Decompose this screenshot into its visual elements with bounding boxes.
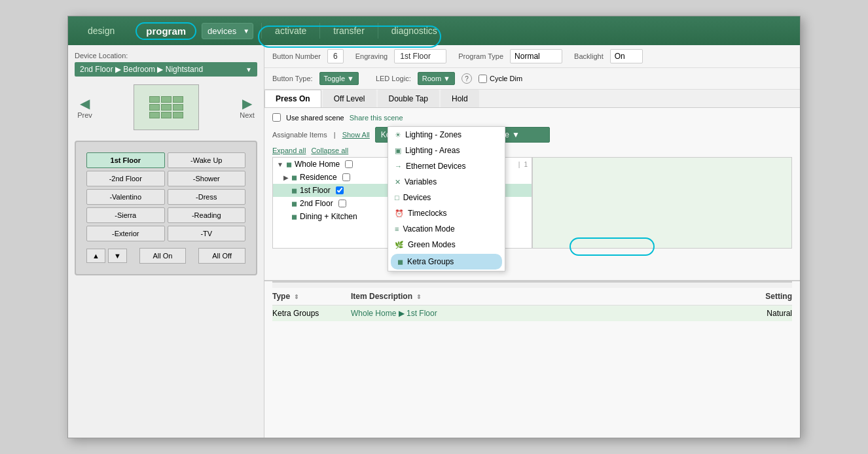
device-cell bbox=[173, 96, 183, 103]
location-dropdown-arrow: ▼ bbox=[245, 66, 252, 73]
next-section: ▶ Next bbox=[237, 96, 257, 119]
tab-press-on[interactable]: Press On bbox=[264, 90, 321, 107]
table-cell-type: Ketra Groups bbox=[272, 309, 351, 318]
assignable-items-label: Assignable Items bbox=[272, 131, 327, 139]
show-all-link[interactable]: Show All bbox=[342, 131, 370, 139]
whole-home-arrow: ▼ bbox=[512, 130, 520, 139]
tree-whole-home-num: 1 bbox=[524, 161, 528, 168]
fields-row-2: Button Type: Toggle ▼ LED Logic: Room ▼ … bbox=[264, 68, 800, 90]
table-cell-desc-link: Whole Home ▶ 1st Floor bbox=[351, 309, 437, 318]
led-logic-select[interactable]: Room ▼ bbox=[418, 72, 455, 85]
device-cell bbox=[149, 112, 160, 118]
shared-scene-checkbox[interactable] bbox=[272, 113, 281, 122]
tab-off-level[interactable]: Off Level bbox=[323, 90, 376, 107]
tree-label-residence: Residence bbox=[300, 173, 337, 182]
tree-toggle-whole-home: ▼ bbox=[277, 161, 283, 168]
tree-icon-whole-home: ◼ bbox=[286, 160, 292, 169]
program-type-wrapper: Normal bbox=[510, 49, 562, 63]
cycle-dim-label: Cycle Dim bbox=[479, 75, 522, 83]
tree-icon-dining-kitchen: ◼ bbox=[291, 213, 297, 221]
all-off-button[interactable]: All Off bbox=[198, 248, 245, 264]
collapse-all-link[interactable]: Collapse all bbox=[311, 147, 348, 154]
kp-btn-tv[interactable]: -TV bbox=[168, 226, 246, 241]
engraving-input[interactable] bbox=[394, 49, 446, 63]
location-path-display[interactable]: 2nd Floor ▶ Bedroom ▶ Nightstand ▼ bbox=[75, 62, 257, 77]
dropdown-item-timeclocks[interactable]: ⏰ Timeclocks bbox=[388, 205, 505, 221]
tree-icon-second-floor: ◼ bbox=[291, 200, 297, 208]
lighting-areas-icon: ▣ bbox=[395, 147, 401, 155]
kp-btn-1st-floor[interactable]: 1st Floor bbox=[86, 152, 165, 168]
keypad-up-arrow[interactable]: ▲ bbox=[86, 249, 105, 263]
led-logic-arrow: ▼ bbox=[443, 75, 450, 82]
nav-program-section: program devices bbox=[128, 22, 261, 40]
nav-design[interactable]: design bbox=[75, 16, 128, 45]
vacation-mode-label: Vacation Mode bbox=[403, 224, 454, 234]
variables-label: Variables bbox=[405, 177, 437, 186]
device-cell bbox=[161, 96, 172, 103]
right-panel: Button Number 6 Engraving Program Type N… bbox=[264, 45, 800, 438]
devices-icon: □ bbox=[395, 194, 399, 201]
nav-diagnostics[interactable]: diagnostics bbox=[378, 16, 450, 45]
keypad-down-arrow[interactable]: ▼ bbox=[108, 249, 127, 263]
dropdown-item-ketra-groups[interactable]: ◼ Ketra Groups bbox=[391, 254, 502, 270]
dropdown-item-green-modes[interactable]: 🌿 Green Modes bbox=[388, 237, 505, 253]
green-modes-icon: 🌿 bbox=[395, 241, 404, 249]
button-type-select[interactable]: Toggle ▼ bbox=[319, 72, 359, 85]
device-location-label: Device Location: bbox=[75, 52, 257, 60]
program-dropdown-wrapper: devices bbox=[202, 23, 253, 39]
backlight-select[interactable]: On bbox=[610, 49, 643, 63]
sort-type-icon[interactable]: ⇕ bbox=[294, 294, 299, 300]
sort-desc-icon[interactable]: ⇕ bbox=[416, 294, 422, 300]
device-cell bbox=[149, 104, 160, 111]
dropdown-item-devices[interactable]: □ Devices bbox=[388, 190, 505, 205]
col-desc-header: Item Description ⇕ bbox=[351, 292, 727, 301]
kp-btn-wake-up[interactable]: -Wake Up bbox=[168, 152, 246, 168]
prev-section: ◀ Prev bbox=[75, 96, 95, 119]
tree-check-whole-home[interactable] bbox=[345, 160, 353, 168]
all-on-button[interactable]: All On bbox=[139, 248, 187, 264]
nav-program-label[interactable]: program bbox=[136, 22, 196, 40]
dropdown-item-ethernet-devices[interactable]: → Ethernet Devices bbox=[388, 158, 505, 174]
dropdown-item-vacation-mode[interactable]: ≡ Vacation Mode bbox=[388, 221, 505, 237]
kp-btn-valentino[interactable]: -Valentino bbox=[86, 189, 165, 205]
table-row-1[interactable]: Ketra Groups Whole Home ▶ 1st Floor Natu… bbox=[272, 306, 792, 321]
keypad-arrows: ▲ ▼ bbox=[86, 249, 127, 263]
kp-btn-2nd-floor[interactable]: -2nd Floor bbox=[86, 171, 165, 186]
backlight-wrapper: On bbox=[610, 49, 643, 63]
program-type-select[interactable]: Normal bbox=[510, 49, 562, 63]
dropdown-item-lighting-zones[interactable]: ☀ Lighting - Zones bbox=[388, 127, 505, 143]
tree-check-second-floor[interactable] bbox=[338, 200, 346, 207]
tab-double-tap[interactable]: Double Tap bbox=[378, 90, 440, 107]
cycle-dim-checkbox[interactable] bbox=[479, 75, 487, 83]
expand-all-link[interactable]: Expand all bbox=[272, 147, 306, 154]
kp-btn-dress[interactable]: -Dress bbox=[168, 189, 246, 205]
program-select[interactable]: devices bbox=[202, 23, 253, 39]
result-panel bbox=[532, 157, 792, 249]
dropdown-item-variables[interactable]: ✕ Variables bbox=[388, 174, 505, 190]
device-grid bbox=[147, 94, 186, 121]
device-cell bbox=[173, 104, 183, 111]
nav-sep-2 bbox=[319, 23, 320, 39]
nav-activate[interactable]: activate bbox=[262, 16, 319, 45]
tree-check-residence[interactable] bbox=[342, 173, 350, 181]
tree-toggle-residence: ▶ bbox=[283, 174, 289, 181]
nav-sep-3 bbox=[378, 23, 378, 39]
nav-transfer[interactable]: transfer bbox=[320, 16, 377, 45]
ketra-groups-dropdown-overlay: ☀ Lighting - Zones ▣ Lighting - Areas → … bbox=[388, 126, 505, 271]
kp-btn-sierra[interactable]: -Sierra bbox=[86, 207, 165, 223]
button-type-arrow: ▼ bbox=[347, 75, 354, 82]
content-area: Use shared scene Share this scene Assign… bbox=[264, 108, 800, 254]
tree-check-first-floor[interactable] bbox=[336, 186, 344, 194]
button-number-label: Button Number bbox=[272, 52, 321, 60]
prev-button[interactable]: ◀ bbox=[75, 96, 95, 111]
next-button[interactable]: ▶ bbox=[237, 96, 257, 111]
kp-btn-exterior[interactable]: -Exterior bbox=[86, 226, 165, 241]
ethernet-icon: → bbox=[395, 162, 402, 170]
device-cell bbox=[173, 112, 183, 118]
dropdown-item-lighting-areas[interactable]: ▣ Lighting - Areas bbox=[388, 143, 505, 158]
help-icon[interactable]: ? bbox=[461, 73, 472, 84]
kp-btn-reading[interactable]: -Reading bbox=[168, 207, 246, 223]
kp-btn-shower[interactable]: -Shower bbox=[168, 171, 246, 186]
tab-hold[interactable]: Hold bbox=[441, 90, 479, 107]
share-this-scene-link[interactable]: Share this scene bbox=[350, 114, 403, 122]
